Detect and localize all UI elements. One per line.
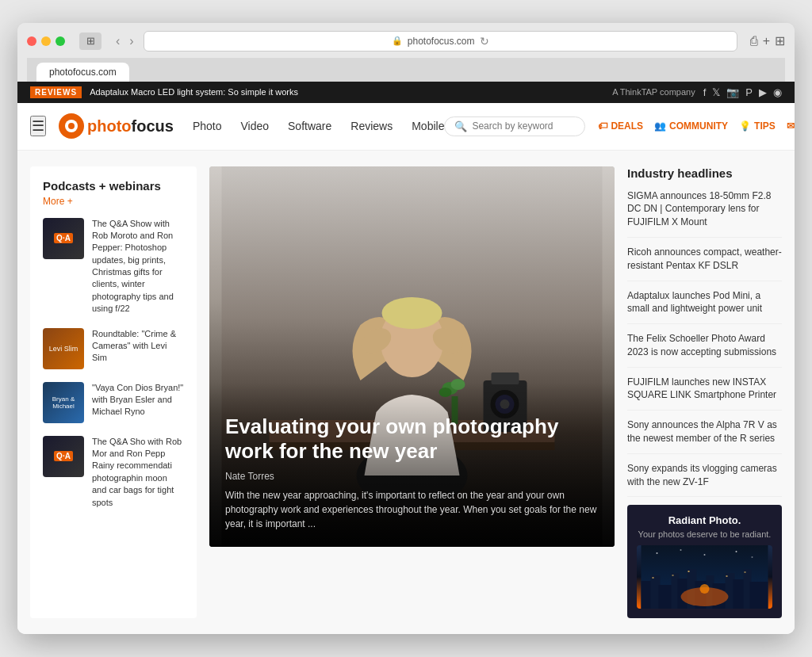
social-icons: f 𝕏 📷 P ▶ ◉ xyxy=(703,86,782,98)
search-box[interactable]: 🔍 xyxy=(444,117,585,136)
deals-label: DEALS xyxy=(611,120,643,132)
pinterest-icon[interactable]: P xyxy=(745,86,753,98)
industry-headlines-title: Industry headlines xyxy=(627,166,782,180)
browser-actions: ⎙ + ⊞ xyxy=(750,33,785,48)
podcast-title-2: Roundtable: "Crime & Cameras" with Levi … xyxy=(92,329,176,363)
nav-software[interactable]: Software xyxy=(288,120,331,132)
svg-point-25 xyxy=(752,556,753,558)
svg-rect-41 xyxy=(653,577,654,579)
podcast-title-3: "Vaya Con Dios Bryan!" with Bryan Esler … xyxy=(92,383,183,417)
hamburger-menu[interactable]: ☰ xyxy=(30,116,46,136)
logo-icon xyxy=(57,112,86,140)
podcasts-title: Podcasts + webinars xyxy=(43,179,184,193)
search-input[interactable] xyxy=(472,120,575,132)
community-label: COMMUNITY xyxy=(669,120,728,132)
podcast-info-2: Roundtable: "Crime & Cameras" with Levi … xyxy=(92,328,184,369)
ad-title: Radiant Photo. xyxy=(637,514,772,526)
svg-point-21 xyxy=(657,552,658,554)
nav-buttons: ‹ › xyxy=(113,32,137,50)
headline-item-4[interactable]: The Felix Schoeller Photo Award 2023 is … xyxy=(627,332,782,368)
host-label-3: Bryan & Michael xyxy=(43,394,84,411)
headline-item-7[interactable]: Sony expands its vlogging cameras with t… xyxy=(627,462,782,498)
announcement-bar: REVIEWS Adaptalux Macro LED light system… xyxy=(17,82,795,103)
reviews-badge[interactable]: REVIEWS xyxy=(30,86,82,98)
svg-point-24 xyxy=(736,551,737,552)
community-link[interactable]: 👥 COMMUNITY xyxy=(654,120,728,132)
nav-reviews[interactable]: Reviews xyxy=(350,120,393,132)
svg-rect-45 xyxy=(745,571,746,573)
svg-point-17 xyxy=(382,297,442,329)
svg-rect-42 xyxy=(672,575,674,576)
headline-item-5[interactable]: FUJIFILM launches new INSTAX SQUARE LINK… xyxy=(627,376,782,411)
logo-text: photofocus xyxy=(87,117,174,136)
svg-rect-36 xyxy=(733,579,745,609)
announcement-left: REVIEWS Adaptalux Macro LED light system… xyxy=(30,86,298,98)
svg-point-40 xyxy=(700,584,710,594)
deals-icon: 🏷 xyxy=(598,120,607,132)
hero-excerpt: With the new year approaching, it's impo… xyxy=(225,488,599,531)
main-navigation: ☰ photofocus Photo Video Software Review… xyxy=(17,103,795,151)
url-text: photofocus.com xyxy=(408,36,475,47)
svg-rect-44 xyxy=(726,575,728,577)
address-bar[interactable]: 🔒 photofocus.com ↻ xyxy=(144,31,737,52)
qa-badge-1: Q·A xyxy=(54,233,73,243)
deals-link[interactable]: 🏷 DEALS xyxy=(598,120,643,132)
tab-label: photofocus.com xyxy=(49,67,117,78)
hero-image[interactable]: Evaluating your own photography work for… xyxy=(209,166,615,547)
facebook-icon[interactable]: f xyxy=(703,86,707,98)
sidebar-right: Industry headlines SIGMA announces 18-50… xyxy=(627,166,782,619)
back-button[interactable]: ‹ xyxy=(113,32,123,50)
close-button[interactable] xyxy=(27,36,36,46)
twitter-icon[interactable]: 𝕏 xyxy=(712,86,720,98)
rss-icon[interactable]: ◉ xyxy=(773,86,782,98)
svg-rect-43 xyxy=(688,571,690,572)
podcast-title-1: The Q&A Show with Rob Moroto and Ron Pep… xyxy=(92,219,174,314)
traffic-lights xyxy=(27,36,65,46)
grid-button[interactable]: ⊞ xyxy=(775,33,785,48)
minimize-button[interactable] xyxy=(41,36,51,46)
logo-link[interactable]: photofocus xyxy=(57,112,174,140)
getnews-link[interactable]: ✉ GET NEWS xyxy=(787,115,795,137)
svg-point-2 xyxy=(68,123,75,129)
main-article: Evaluating your own photography work for… xyxy=(209,166,615,619)
nav-links: Photo Video Software Reviews Mobile xyxy=(193,120,445,132)
active-tab[interactable]: photofocus.com xyxy=(36,63,129,82)
hero-title: Evaluating your own photography work for… xyxy=(225,414,599,464)
podcast-item-2[interactable]: Levi Slim Roundtable: "Crime & Cameras" … xyxy=(43,328,184,369)
forward-button[interactable]: › xyxy=(126,32,136,50)
hero-author: Nate Torres xyxy=(225,471,599,482)
nav-video[interactable]: Video xyxy=(240,120,269,132)
ad-visual xyxy=(637,545,772,609)
headline-item-3[interactable]: Adaptalux launches Pod Mini, a small and… xyxy=(627,289,782,325)
nav-mobile[interactable]: Mobile xyxy=(412,120,444,132)
podcast-item-4[interactable]: Q·A The Q&A Sho with Rob Mor and Ron Pep… xyxy=(43,436,184,509)
podcast-item-1[interactable]: Q·A The Q&A Show with Rob Moroto and Ron… xyxy=(43,218,184,315)
headline-item-6[interactable]: Sony announces the Alpha 7R V as the new… xyxy=(627,418,782,454)
advertisement-box[interactable]: Radiant Photo. Your photos deserve to be… xyxy=(627,505,782,618)
company-name: A ThinkTAP company xyxy=(612,87,695,97)
podcast-thumb-1: Q·A xyxy=(43,218,84,259)
email-icon: ✉ xyxy=(787,120,795,132)
tab-switcher-button[interactable]: ⊞ xyxy=(79,32,102,50)
podcasts-more[interactable]: More + xyxy=(43,196,184,207)
youtube-icon[interactable]: ▶ xyxy=(759,86,767,98)
podcast-item-3[interactable]: Bryan & Michael "Vaya Con Dios Bryan!" w… xyxy=(43,382,184,423)
headline-item-2[interactable]: Ricoh announces compact, weather-resista… xyxy=(627,246,782,281)
share-button[interactable]: ⎙ xyxy=(750,33,758,48)
podcast-info-3: "Vaya Con Dios Bryan!" with Bryan Esler … xyxy=(92,382,184,423)
svg-rect-28 xyxy=(659,585,673,609)
tips-link[interactable]: 💡 TIPS xyxy=(739,120,776,132)
browser-chrome: ⊞ ‹ › 🔒 photofocus.com ↻ ⎙ + ⊞ photofocu… xyxy=(17,23,795,82)
new-tab-button[interactable]: + xyxy=(763,33,770,48)
host-label-2: Levi Slim xyxy=(48,343,80,354)
podcast-thumb-2: Levi Slim xyxy=(43,328,84,369)
podcast-thumb-3: Bryan & Michael xyxy=(43,382,84,423)
maximize-button[interactable] xyxy=(56,36,65,46)
titlebar: ⊞ ‹ › 🔒 photofocus.com ↻ ⎙ + ⊞ xyxy=(27,31,785,52)
refresh-button[interactable]: ↻ xyxy=(480,35,489,48)
nav-photo[interactable]: Photo xyxy=(193,120,222,132)
browser-controls: ⊞ xyxy=(79,32,102,50)
sidebar-left: Podcasts + webinars More + Q·A The Q&A S… xyxy=(30,166,197,619)
headline-item-1[interactable]: SIGMA announces 18-50mm F2.8 DC DN | Con… xyxy=(627,189,782,238)
instagram-icon[interactable]: 📷 xyxy=(726,86,739,98)
